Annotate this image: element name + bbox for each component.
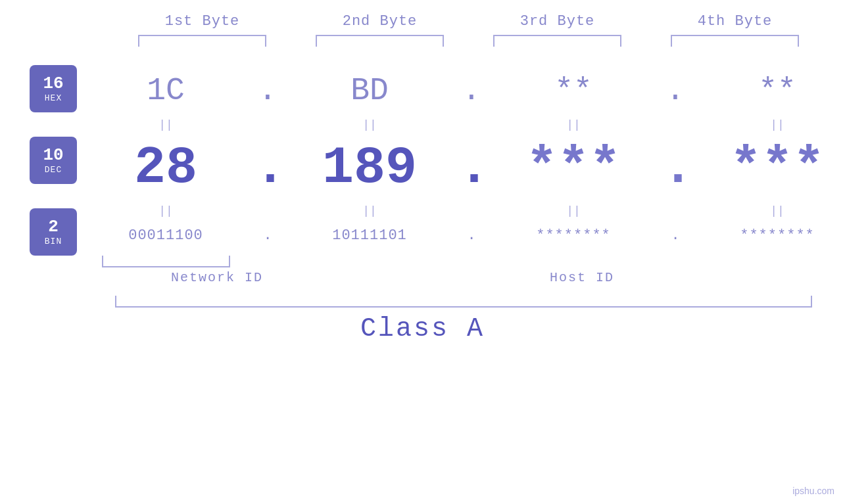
badge-spacer-1	[30, 111, 77, 131]
hex-badge: 16 HEX	[30, 65, 77, 112]
dec-val-2: 189	[281, 135, 458, 201]
dec-val-4: ***	[688, 135, 845, 201]
badges-column: 16 HEX 10 DEC 2 BIN	[30, 66, 77, 267]
bin-dot-1: .	[254, 221, 281, 250]
bracket-gap-1	[254, 256, 281, 267]
dec-row: 28 . 189 . *** . ***	[77, 135, 845, 201]
bracket-line-4	[671, 35, 799, 47]
bin-badge-number: 2	[48, 218, 59, 237]
host-bracket-col-2	[281, 256, 458, 267]
bin-val-3: ********	[485, 221, 662, 250]
bracket-top-3	[469, 35, 646, 47]
bracket-gap-2	[458, 256, 485, 267]
dec-dot-3: .	[662, 135, 688, 201]
bracket-top-4	[646, 35, 824, 47]
full-bracket-area	[0, 296, 845, 308]
dec-val-1: 28	[77, 135, 254, 201]
hex-dot-3: .	[662, 66, 688, 115]
top-brackets	[0, 35, 845, 47]
dec-badge-number: 10	[43, 146, 63, 165]
hex-badge-label: HEX	[45, 93, 62, 103]
main-container: 1st Byte 2nd Byte 3rd Byte 4th Byte 16 H…	[0, 0, 845, 504]
network-bracket-line	[102, 256, 230, 267]
hex-row: 1C . BD . ** . **	[77, 66, 845, 115]
host-id-label: Host ID	[319, 270, 845, 285]
hex-val-2: BD	[281, 66, 458, 115]
byte-header-3: 3rd Byte	[469, 13, 646, 30]
watermark: ipshu.com	[792, 486, 834, 496]
data-grid: 1C . BD . ** . ** || || || || 28	[77, 66, 845, 267]
dec-val-3: ***	[485, 135, 662, 201]
hex-badge-row: 16 HEX	[30, 66, 77, 111]
byte-header-4: 4th Byte	[646, 13, 824, 30]
dec-dot-1: .	[254, 135, 281, 201]
hex-badge-number: 16	[43, 74, 63, 93]
bracket-gap-3	[662, 256, 688, 267]
dec-badge-label: DEC	[45, 165, 62, 175]
class-label-row: Class A	[0, 314, 845, 344]
bottom-brackets	[77, 256, 845, 267]
equals-row-1: || || || ||	[77, 115, 845, 135]
full-bracket-line	[115, 296, 812, 308]
network-id-label: Network ID	[115, 270, 319, 285]
bin-badge: 2 BIN	[30, 208, 77, 256]
content-area: 16 HEX 10 DEC 2 BIN	[0, 66, 845, 267]
id-labels-row: Network ID Host ID	[0, 270, 845, 285]
eq2-3: ||	[485, 204, 662, 218]
byte-header-1: 1st Byte	[114, 13, 291, 30]
eq-2: ||	[281, 118, 458, 131]
bin-val-2: 10111101	[281, 221, 458, 250]
bin-val-1: 00011100	[77, 221, 254, 250]
host-bracket-col-3	[485, 256, 662, 267]
network-bracket-col	[77, 256, 254, 267]
bracket-top-1	[114, 35, 291, 47]
bin-badge-row: 2 BIN	[30, 210, 77, 254]
eq-1: ||	[77, 118, 254, 131]
class-label: Class A	[360, 314, 485, 344]
bin-row: 00011100 . 10111101 . ******** . *******…	[77, 221, 845, 250]
hex-dot-2: .	[458, 66, 485, 115]
host-bracket-col-4	[688, 256, 845, 267]
eq-4: ||	[688, 118, 845, 131]
dec-dot-2: .	[458, 135, 485, 201]
bracket-line-2	[316, 35, 444, 47]
dec-badge-row: 10 DEC	[30, 131, 77, 190]
byte-header-2: 2nd Byte	[291, 13, 469, 30]
bin-val-4: ********	[688, 221, 845, 250]
eq2-4: ||	[688, 204, 845, 218]
bin-badge-label: BIN	[45, 237, 62, 246]
eq2-2: ||	[281, 204, 458, 218]
eq-3: ||	[485, 118, 662, 131]
hex-dot-1: .	[254, 66, 281, 115]
equals-row-2: || || || ||	[77, 201, 845, 221]
bracket-line-3	[493, 35, 621, 47]
hex-val-4: **	[688, 66, 845, 115]
bin-dot-3: .	[662, 221, 688, 250]
byte-headers: 1st Byte 2nd Byte 3rd Byte 4th Byte	[0, 13, 845, 30]
bracket-line-1	[138, 35, 266, 47]
hex-val-3: **	[485, 66, 662, 115]
badge-spacer-2	[30, 190, 77, 210]
dec-badge: 10 DEC	[30, 137, 77, 184]
eq2-1: ||	[77, 204, 254, 218]
hex-val-1: 1C	[77, 66, 254, 115]
bracket-top-2	[291, 35, 469, 47]
bin-dot-2: .	[458, 221, 485, 250]
